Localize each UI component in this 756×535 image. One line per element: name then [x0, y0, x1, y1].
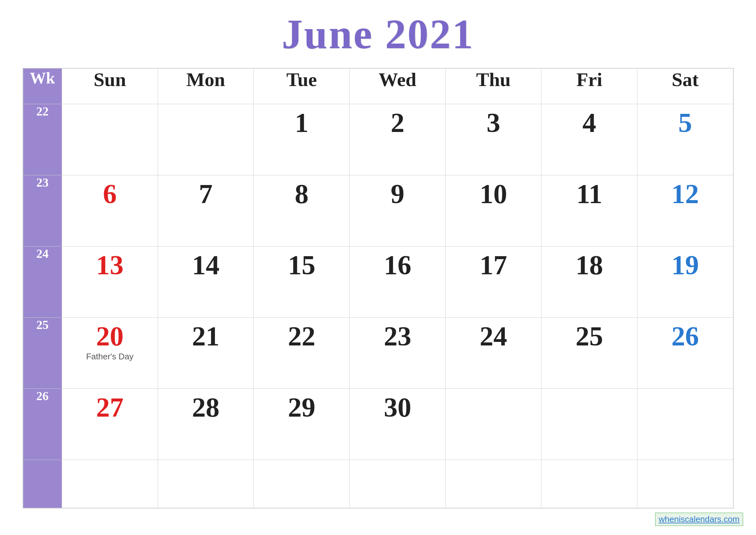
date-cell-empty	[158, 460, 254, 508]
date-number: 10	[480, 179, 507, 209]
day-header-mon: Mon	[158, 68, 254, 104]
date-number: 6	[103, 179, 117, 209]
week-number-25: 25	[23, 317, 62, 388]
date-number: 28	[192, 392, 220, 422]
date-number: 29	[288, 392, 315, 422]
date-cell: 7	[158, 175, 254, 246]
date-number: 8	[295, 179, 309, 209]
date-cell: 20Father's Day	[62, 317, 158, 388]
date-cell: 30	[350, 388, 446, 460]
date-cell: 1	[254, 104, 350, 175]
date-cell: 3	[446, 104, 541, 175]
date-cell-empty	[541, 460, 637, 508]
date-number: 2	[391, 107, 405, 138]
date-cell: 27	[62, 388, 158, 460]
date-number: 24	[480, 321, 507, 351]
date-cell: 8	[254, 175, 350, 246]
date-cell-empty	[350, 460, 446, 508]
date-cell: 12	[637, 175, 733, 246]
date-cell: 10	[446, 175, 541, 246]
date-cell: 14	[158, 246, 254, 317]
day-header-fri: Fri	[541, 68, 637, 104]
date-cell: 6	[62, 175, 158, 246]
date-cell: 16	[350, 246, 446, 317]
holiday-label: Father's Day	[68, 352, 151, 362]
date-cell: 11	[541, 175, 637, 246]
date-cell: 23	[350, 317, 446, 388]
date-cell: 13	[62, 246, 158, 317]
date-cell: 4	[541, 104, 637, 175]
date-cell-empty	[62, 460, 158, 508]
date-number: 21	[192, 321, 220, 351]
date-number: 12	[671, 179, 699, 209]
date-number: 18	[576, 250, 603, 280]
day-header-sun: Sun	[62, 68, 158, 104]
date-cell: 26	[637, 317, 733, 388]
date-cell: 19	[637, 246, 733, 317]
date-number: 15	[288, 250, 315, 280]
date-number: 7	[199, 179, 213, 209]
date-number: 3	[486, 107, 500, 138]
date-cell	[541, 388, 637, 460]
date-number: 20	[96, 321, 123, 351]
date-cell: 22	[254, 317, 350, 388]
date-number: 26	[671, 321, 699, 351]
calendar-title: June 2021	[23, 10, 734, 58]
date-number: 4	[582, 107, 596, 138]
date-cell	[158, 104, 254, 175]
date-cell: 25	[541, 317, 637, 388]
date-number: 19	[671, 250, 699, 280]
date-number: 16	[384, 250, 411, 280]
week-number-26: 26	[23, 388, 62, 460]
date-cell: 15	[254, 246, 350, 317]
date-number: 25	[576, 321, 603, 351]
date-number: 22	[288, 321, 315, 351]
date-number: 11	[576, 179, 602, 209]
date-cell: 18	[541, 246, 637, 317]
date-number: 17	[480, 250, 507, 280]
week-number-22: 22	[23, 104, 62, 175]
date-cell	[446, 388, 541, 460]
date-number: 27	[96, 392, 123, 422]
day-header-thu: Thu	[446, 68, 541, 104]
week-extra	[23, 460, 62, 508]
date-cell	[637, 388, 733, 460]
date-cell: 29	[254, 388, 350, 460]
date-cell: 21	[158, 317, 254, 388]
date-number: 14	[192, 250, 220, 280]
date-number: 5	[678, 107, 692, 138]
day-header-tue: Tue	[254, 68, 350, 104]
day-header-sat: Sat	[637, 68, 733, 104]
date-number: 1	[295, 107, 309, 138]
day-header-wed: Wed	[350, 68, 446, 104]
date-cell: 24	[446, 317, 541, 388]
calendar-table: Wk Sun Mon Tue Wed Thu Fri Sat 221234523…	[23, 68, 734, 508]
date-cell: 5	[637, 104, 733, 175]
date-number: 13	[96, 250, 123, 280]
date-cell-empty	[254, 460, 350, 508]
watermark[interactable]: wheniscalendars.com	[655, 513, 743, 526]
wk-header: Wk	[23, 68, 62, 104]
date-cell	[62, 104, 158, 175]
date-cell-empty	[446, 460, 541, 508]
date-cell: 9	[350, 175, 446, 246]
week-number-23: 23	[23, 175, 62, 246]
date-cell: 28	[158, 388, 254, 460]
date-number: 23	[384, 321, 411, 351]
date-cell: 2	[350, 104, 446, 175]
date-number: 30	[384, 392, 411, 422]
date-cell-empty	[637, 460, 733, 508]
week-number-24: 24	[23, 246, 62, 317]
date-number: 9	[391, 179, 405, 209]
date-cell: 17	[446, 246, 541, 317]
